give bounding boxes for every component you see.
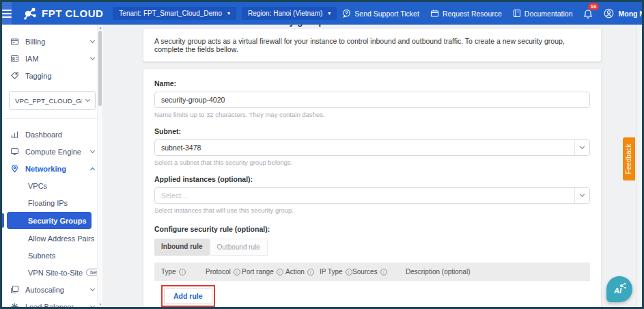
- sidebar-item-security-groups[interactable]: Security Groups: [2, 211, 102, 230]
- bell-icon: [583, 9, 593, 19]
- column-header-port-range: Port rangei: [242, 268, 285, 276]
- sidebar-item-vpn-site-to-site[interactable]: VPN Site-to-Site beta: [2, 264, 102, 281]
- user-avatar-icon: [604, 8, 614, 18]
- info-icon[interactable]: i: [346, 269, 352, 276]
- sidebar-item-compute-engine[interactable]: Compute Engine: [2, 143, 102, 160]
- intro-card: A security group acts as a virtual firew…: [143, 29, 601, 62]
- notification-bell[interactable]: 16: [583, 8, 593, 20]
- sidebar-subitem-label: Security Groups: [7, 212, 92, 229]
- applied-instances-label: Applied instances (optional):: [154, 175, 590, 183]
- region-dropdown[interactable]: Region: Hanoi (Vietnam) ▾: [242, 7, 337, 20]
- scrollbar-thumb[interactable]: [98, 31, 102, 106]
- ai-molecule-icon: AI: [611, 281, 628, 297]
- chevron-up-icon: [90, 167, 95, 172]
- logo-molecule-icon: [23, 7, 38, 21]
- add-rule-button[interactable]: Add rule: [164, 288, 212, 304]
- info-icon[interactable]: i: [307, 269, 314, 276]
- request-resource-icon: [430, 9, 439, 18]
- sidebar-item-label: Billing: [25, 38, 85, 46]
- name-help-text: Name limits up to 32 characters. They ma…: [154, 111, 590, 118]
- sidebar-item-label: Networking: [25, 165, 85, 173]
- sidebar-subitem-label: VPN Site-to-Site: [28, 269, 83, 277]
- sidebar-item-label: IAM: [25, 55, 85, 63]
- sidebar-item-allow-address-pairs[interactable]: Allow Address Pairs: [2, 230, 102, 247]
- sidebar-subitem-label: Allow Address Pairs: [28, 234, 94, 243]
- tenant-dropdown-label: Tenant: FPT_Smart_Cloud_Demo: [119, 10, 222, 17]
- svg-text:AI: AI: [613, 286, 622, 295]
- sidebar-item-subnets[interactable]: Subnets: [2, 247, 102, 264]
- sidebar-item-dashboard[interactable]: Dashboard: [2, 126, 102, 143]
- info-icon[interactable]: i: [234, 269, 240, 276]
- sidebar-item-label: Autoscaling: [25, 286, 85, 294]
- sidebar-item-vpcs[interactable]: VPCs: [2, 177, 102, 194]
- subnet-label: Subnet:: [154, 127, 590, 135]
- sidebar-scrollbar[interactable]: ▲ ▼: [97, 25, 102, 307]
- select-divider: [574, 140, 589, 155]
- user-menu[interactable]: Mong Nuong ▾: [604, 8, 644, 18]
- chevron-down-icon: [85, 97, 90, 102]
- page-title: Create security group: [225, 25, 324, 27]
- active-indicator-bar: [2, 213, 4, 228]
- column-header-type: Typei: [161, 268, 206, 276]
- applied-instances-select[interactable]: Select...: [154, 187, 590, 204]
- column-header-action: Actioni: [285, 268, 320, 276]
- info-icon[interactable]: i: [179, 269, 186, 276]
- documentation-icon: [513, 9, 521, 18]
- user-name-label: Mong Nuong: [618, 10, 644, 18]
- billing-icon: [10, 37, 19, 46]
- sidebar-item-label: Compute Engine: [25, 148, 85, 156]
- create-security-group-form: Name: Name limits up to 32 characters. T…: [143, 69, 601, 307]
- chevron-down-icon: [90, 55, 95, 59]
- chevron-down-icon: ▾: [328, 11, 331, 16]
- sidebar-item-networking[interactable]: Networking: [2, 160, 102, 177]
- send-support-ticket-label: Send Support Ticket: [354, 10, 419, 18]
- rules-table-empty-row: Add rule: [154, 281, 590, 307]
- sidebar-item-tagging[interactable]: Tagging: [2, 67, 102, 84]
- ai-assistant-bubble[interactable]: AI: [606, 276, 632, 302]
- tenant-dropdown[interactable]: Tenant: FPT_Smart_Cloud_Demo ▾: [113, 7, 236, 20]
- scroll-up-arrow-icon[interactable]: ▲: [98, 25, 102, 29]
- autoscaling-icon: [10, 285, 19, 294]
- name-input[interactable]: [154, 92, 590, 108]
- load-balancer-icon: [10, 302, 19, 307]
- applied-instances-field-group: Applied instances (optional): Select... …: [154, 175, 590, 214]
- sidebar-item-floating-ips[interactable]: Floating IPs: [2, 194, 102, 211]
- sidebar-divider: [2, 118, 102, 119]
- red-annotation-box: Add rule: [161, 285, 215, 307]
- vpc-selector-dropdown[interactable]: VPC_FPT_CLOUD_GENERAL: [9, 91, 96, 110]
- notification-count-badge: 16: [588, 3, 600, 10]
- info-icon[interactable]: i: [380, 269, 387, 276]
- chevron-down-icon: [90, 286, 95, 291]
- sidebar-item-autoscaling[interactable]: Autoscaling: [2, 281, 102, 298]
- info-icon[interactable]: i: [277, 269, 283, 276]
- subnet-select[interactable]: subnet-3478: [154, 139, 590, 156]
- send-support-ticket-link[interactable]: Send Support Ticket: [342, 9, 419, 18]
- networking-icon: [10, 164, 19, 173]
- sidebar-subitem-label: Floating IPs: [28, 199, 68, 207]
- scroll-down-arrow-icon[interactable]: ▼: [98, 302, 102, 306]
- fpt-cloud-logo: FPT CLOUD: [23, 7, 103, 21]
- documentation-link[interactable]: Documentation: [513, 9, 573, 18]
- sidebar-subitem-label: VPCs: [28, 182, 47, 190]
- hamburger-menu-icon[interactable]: [2, 2, 12, 25]
- name-label: Name:: [154, 79, 590, 88]
- column-header-sources: Sourcesi: [352, 268, 406, 276]
- tab-inbound-rule[interactable]: Inbound rule: [154, 239, 210, 256]
- sidebar-item-iam[interactable]: IAM: [2, 50, 102, 67]
- subnet-field-group: Subnet: subnet-3478 Select a subnet that…: [154, 127, 590, 166]
- sidebar-item-billing[interactable]: Billing: [2, 33, 102, 50]
- sidebar-item-load-balancer[interactable]: Load Balancer: [2, 298, 102, 307]
- feedback-tab[interactable]: Feedback: [623, 137, 635, 180]
- rule-direction-tabs: Inbound rule Outbound rule: [154, 239, 268, 256]
- tab-outbound-rule[interactable]: Outbound rule: [210, 239, 268, 256]
- select-divider: [574, 188, 589, 203]
- chevron-down-icon: [580, 144, 585, 149]
- chevron-down-icon: [90, 148, 95, 152]
- rules-table: Typei Protocoli Port rangei Actioni IP T…: [154, 263, 590, 307]
- subnet-help-text: Select a subnet that this security group…: [154, 159, 590, 166]
- applied-instances-placeholder: Select...: [161, 191, 574, 200]
- sidebar-item-label: Dashboard: [25, 131, 94, 139]
- main-scrollbar[interactable]: [636, 25, 642, 307]
- sidebar-item-label: Load Balancer: [25, 303, 85, 308]
- request-resource-link[interactable]: Request Resource: [430, 9, 502, 18]
